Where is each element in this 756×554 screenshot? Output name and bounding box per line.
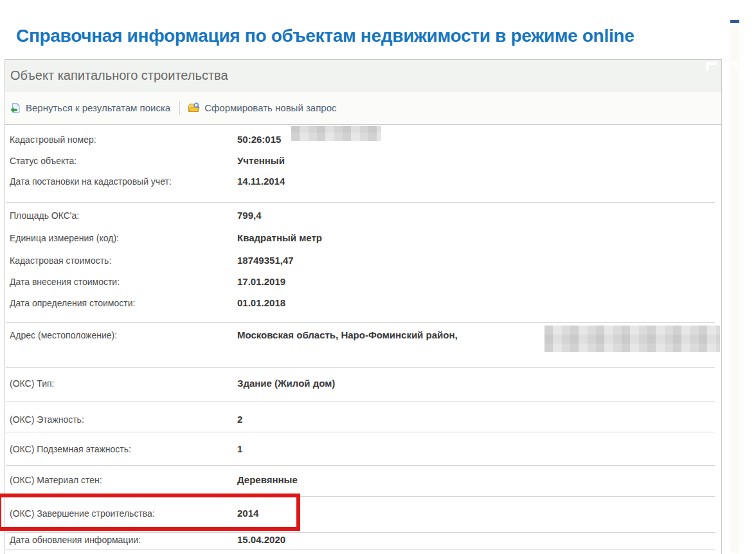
page-title: Справочная информация по объектам недвиж… — [16, 26, 634, 46]
row-separator — [6, 432, 715, 432]
row-label: Дата внесения стоимости: — [10, 275, 120, 288]
row-label: (ОКС) Этажность: — [10, 413, 84, 426]
row-label: Единица измерения (код): — [10, 232, 119, 245]
info-row: Кадастровая стоимость:18749351,47 — [5, 254, 721, 267]
info-row: Дата постановки на кадастровый учет:14.1… — [5, 175, 721, 188]
row-value: Деревянные — [237, 474, 298, 486]
row-value: 17.01.2019 — [237, 275, 285, 288]
row-label: Адрес (местоположение): — [10, 329, 117, 342]
info-row: Дата обновления информации:15.04.2020 — [5, 533, 721, 546]
object-info-panel: Объект капитального строительства Вернут… — [4, 59, 722, 554]
row-value: 799,4 — [237, 209, 262, 222]
row-label: (ОКС) Тип: — [10, 377, 54, 390]
info-row: Статус объекта:Учтенный — [5, 154, 721, 167]
folder-search-icon — [188, 102, 200, 113]
row-value: Московская область, Наро-Фоминский район… — [237, 329, 458, 342]
row-value: Квадратный метр — [237, 232, 322, 245]
row-value: 1 — [237, 443, 242, 456]
row-label: Дата определения стоимости: — [10, 297, 135, 309]
info-row: Площадь ОКС'а:799,4 — [5, 209, 721, 222]
row-value: 2 — [237, 413, 242, 426]
info-row: Дата внесения стоимости:17.01.2019 — [5, 275, 721, 288]
right-background-band — [730, 27, 739, 553]
redaction-blur-cadastral-number — [291, 126, 381, 141]
row-separator — [6, 465, 715, 466]
row-label: Дата постановки на кадастровый учет: — [10, 175, 172, 188]
info-row: Единица измерения (код):Квадратный метр — [5, 232, 721, 245]
new-request-button[interactable]: Сформировать новый запрос — [188, 102, 336, 113]
row-label: (ОКС) Материал стен: — [10, 474, 102, 486]
row-label: Дата обновления информации: — [10, 533, 141, 546]
row-value: 15.04.2020 — [237, 533, 285, 546]
toolbar-divider — [179, 101, 180, 115]
crop-corner-left-icon — [706, 62, 717, 70]
row-separator — [6, 322, 715, 323]
info-row: (ОКС) Материал стен:Деревянные — [5, 474, 721, 486]
back-to-results-button[interactable]: Вернуться к результатам поиска — [10, 102, 170, 113]
panel-header-title: Объект капитального строительства — [10, 68, 228, 83]
row-value: 14.11.2014 — [237, 175, 285, 188]
panel-header: Объект капитального строительства — [5, 60, 721, 91]
row-value: Учтенный — [237, 154, 285, 167]
document-back-icon — [10, 102, 21, 113]
screen: Справочная информация по объектам недвиж… — [0, 0, 756, 554]
row-separator — [6, 202, 715, 203]
toolbar: Вернуться к результатам поиска Сформиров… — [5, 91, 721, 125]
row-label: Площадь ОКС'а: — [10, 209, 79, 222]
redaction-blur-address — [544, 326, 720, 352]
row-label: Кадастровый номер: — [10, 133, 96, 146]
row-value: Здание (Жилой дом) — [237, 377, 335, 390]
crop-corner-marks — [706, 62, 738, 71]
row-separator — [6, 402, 715, 402]
row-label: Статус объекта: — [10, 154, 76, 167]
row-value: 01.01.2018 — [237, 297, 285, 309]
row-separator — [6, 532, 715, 533]
info-row: (ОКС) Тип:Здание (Жилой дом) — [5, 377, 721, 390]
row-separator — [6, 367, 715, 368]
info-row: (ОКС) Этажность:2 — [5, 413, 721, 426]
row-label: Кадастровая стоимость: — [10, 254, 111, 267]
row-separator — [6, 549, 715, 549]
info-row: (ОКС) Подземная этажность:1 — [5, 443, 721, 456]
row-value: 18749351,47 — [237, 254, 294, 267]
new-request-label: Сформировать новый запрос — [204, 102, 336, 113]
crop-corner-right-icon — [727, 62, 738, 70]
text-cursor-mark — [730, 20, 739, 23]
row-value: 50:26:015 — [237, 133, 281, 146]
highlight-annotation-box — [0, 494, 300, 531]
info-row: Дата определения стоимости:01.01.2018 — [5, 297, 721, 309]
row-label: (ОКС) Подземная этажность: — [10, 443, 131, 456]
back-to-results-label: Вернуться к результатам поиска — [26, 102, 170, 113]
